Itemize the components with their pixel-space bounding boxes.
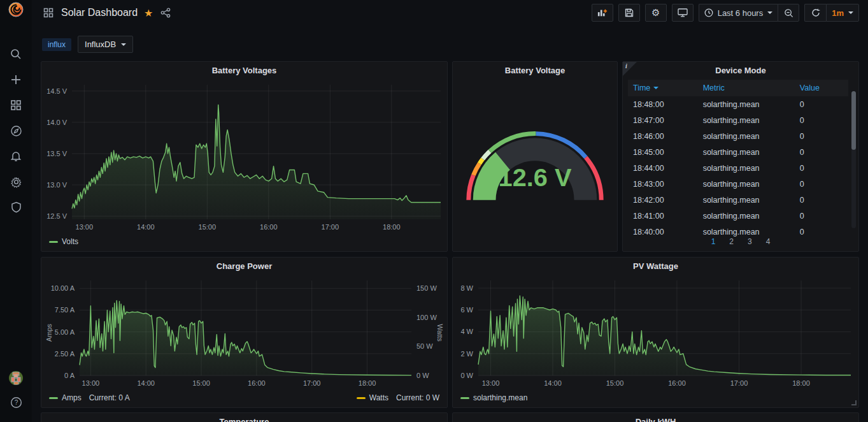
dashboard-grid: Battery Voltages 14.5 V14.0 V13.5 V13.0 …	[32, 0, 868, 422]
alerting-bell-icon[interactable]	[8, 148, 24, 164]
refresh-icon	[811, 8, 820, 17]
y-tick-label: 6 W	[460, 306, 473, 314]
chevron-down-icon	[767, 11, 772, 14]
user-avatar[interactable]	[8, 370, 24, 386]
zoom-out-time-button[interactable]	[778, 4, 799, 22]
panel-title[interactable]: Battery Voltage	[453, 62, 617, 78]
pagination-page-1[interactable]: 1	[711, 237, 716, 246]
table-row[interactable]: 18:47:00solarthing.mean0	[628, 112, 848, 128]
table-row[interactable]: 18:43:00solarthing.mean0	[628, 176, 848, 192]
pv_wattage-series-fill-solarthing.mean	[478, 296, 851, 375]
table-header-value[interactable]: Value	[800, 84, 848, 92]
y-tick-label: 8 W	[460, 284, 473, 292]
panel-title[interactable]: Temperature	[41, 413, 447, 422]
table-cell: solarthing.mean	[703, 164, 800, 173]
annotation-toggle-influx[interactable]: influx	[42, 38, 71, 51]
pv_wattage-plot-svg	[478, 280, 851, 375]
table-cell: 0	[800, 164, 848, 173]
panel-pv-wattage: PV Wattage 8 W6 W4 W2 W0 W13:0014:0015:0…	[452, 257, 859, 408]
legend-label: Volts	[62, 237, 78, 246]
sidebar-nav	[8, 46, 24, 215]
table-header-time[interactable]: Time	[628, 84, 703, 92]
y-tick-label: 0 A	[64, 372, 75, 379]
y-tick-label: 14.0 V	[46, 119, 67, 126]
save-icon	[625, 8, 634, 17]
table-cell: 0	[800, 212, 848, 221]
table-row[interactable]: 18:48:00solarthing.mean0	[628, 96, 848, 112]
table-row[interactable]: 18:41:00solarthing.mean0	[628, 208, 848, 224]
pv-wattage-chart[interactable]: 8 W6 W4 W2 W0 W13:0014:0015:0016:0017:00…	[453, 274, 858, 391]
create-plus-icon[interactable]	[8, 71, 24, 88]
datasource-dropdown[interactable]: InfluxDB	[78, 36, 133, 53]
table-row[interactable]: 18:42:00solarthing.mean0	[628, 192, 848, 208]
pagination-page-3[interactable]: 3	[748, 237, 752, 246]
grafana-flame-icon	[8, 1, 24, 18]
table-cell: 18:42:00	[628, 196, 703, 205]
x-tick-label: 17:00	[303, 379, 321, 387]
grafana-logo[interactable]	[8, 1, 24, 18]
configuration-gear-icon[interactable]	[8, 173, 24, 190]
legend-item-solarthing.mean[interactable]: solarthing.mean	[460, 393, 527, 402]
table-cell: 0	[800, 116, 848, 125]
panel-title[interactable]: Daily kWH	[453, 413, 858, 422]
table-cell: solarthing.mean	[703, 148, 800, 157]
table-row[interactable]: 18:46:00solarthing.mean0	[628, 128, 848, 144]
x-tick-label: 15:00	[192, 379, 210, 387]
chevron-down-icon	[121, 43, 126, 46]
refresh-button[interactable]	[804, 4, 826, 22]
charge_power-series-fill-Amps	[80, 300, 411, 375]
save-dashboard-button[interactable]	[618, 4, 640, 22]
table-header-metric[interactable]: Metric	[703, 84, 800, 92]
panel-resize-handle[interactable]	[851, 400, 857, 405]
chevron-down-icon	[848, 11, 853, 14]
add-panel-button[interactable]	[592, 4, 613, 22]
battery_voltages-plot-area: 14.5 V14.0 V13.5 V13.0 V12.5 V13:0014:00…	[72, 85, 441, 219]
table-cell: 18:43:00	[628, 180, 703, 189]
table-row[interactable]: 18:44:00solarthing.mean0	[628, 160, 848, 176]
x-tick-label: 14:00	[544, 379, 562, 387]
clock-icon	[704, 8, 713, 17]
search-icon[interactable]	[8, 46, 24, 62]
help-icon[interactable]: ?	[8, 394, 24, 411]
panel-title[interactable]: Charge Power	[41, 258, 447, 274]
table-row[interactable]: 18:45:00solarthing.mean0	[628, 144, 848, 160]
panel-title[interactable]: Battery Voltages	[41, 62, 447, 78]
refresh-interval-picker[interactable]: 1m	[826, 4, 859, 22]
panel-title[interactable]: PV Wattage	[453, 258, 858, 274]
x-tick-label: 18:00	[359, 379, 376, 387]
share-icon[interactable]	[159, 6, 172, 19]
panel-info-corner-icon[interactable]: i	[623, 62, 637, 76]
legend-item-Watts[interactable]: WattsCurrent: 0 W	[357, 393, 439, 402]
dashboard-settings-button[interactable]: ⚙	[645, 4, 667, 22]
server-admin-shield-icon[interactable]	[8, 199, 24, 215]
x-tick-label: 13:00	[82, 379, 100, 387]
favorite-star-icon[interactable]: ★	[144, 7, 153, 19]
pagination-page-2[interactable]: 2	[729, 237, 734, 246]
time-range-picker[interactable]: Last 6 hours	[699, 4, 778, 22]
panel-battery-voltages: Battery Voltages 14.5 V14.0 V13.5 V13.0 …	[41, 61, 448, 252]
x-tick-label: 17:00	[730, 379, 748, 387]
battery-voltage-gauge: 12.6 V	[453, 100, 617, 208]
cycle-view-mode-button[interactable]	[672, 4, 694, 22]
legend-item-Volts[interactable]: Volts	[49, 237, 78, 246]
table-scrollbar-thumb[interactable]	[851, 91, 856, 150]
table-pagination: 1234	[623, 237, 858, 246]
explore-compass-icon[interactable]	[8, 122, 24, 139]
pagination-page-4[interactable]: 4	[766, 237, 771, 246]
panel-device-mode: i Device Mode TimeMetricValue18:48:00sol…	[622, 61, 859, 252]
gauge-threshold-segment-0	[469, 175, 474, 200]
charge_power-plot-svg	[80, 280, 411, 375]
dashboards-grid-icon[interactable]	[8, 97, 24, 113]
legend-item-Amps[interactable]: AmpsCurrent: 0 A	[49, 393, 130, 402]
table-cell: 0	[800, 132, 848, 141]
panel-title[interactable]: Device Mode	[623, 62, 858, 78]
battery-voltages-legend: Volts	[49, 235, 439, 249]
table-header-label: Metric	[703, 84, 725, 92]
charge-power-chart[interactable]: 10.00 A7.50 A5.00 A2.50 A0 A150 W100 W50…	[41, 274, 447, 391]
y-tick-label: 13.5 V	[46, 150, 67, 157]
page-title[interactable]: Solar Dashboard	[61, 7, 138, 18]
y-tick-label-right: 50 W	[416, 342, 433, 350]
battery-voltages-chart[interactable]: 14.5 V14.0 V13.5 V13.0 V12.5 V13:0014:00…	[41, 78, 447, 235]
refresh-controls: 1m	[804, 4, 859, 22]
datasource-label: InfluxDB	[85, 40, 116, 49]
